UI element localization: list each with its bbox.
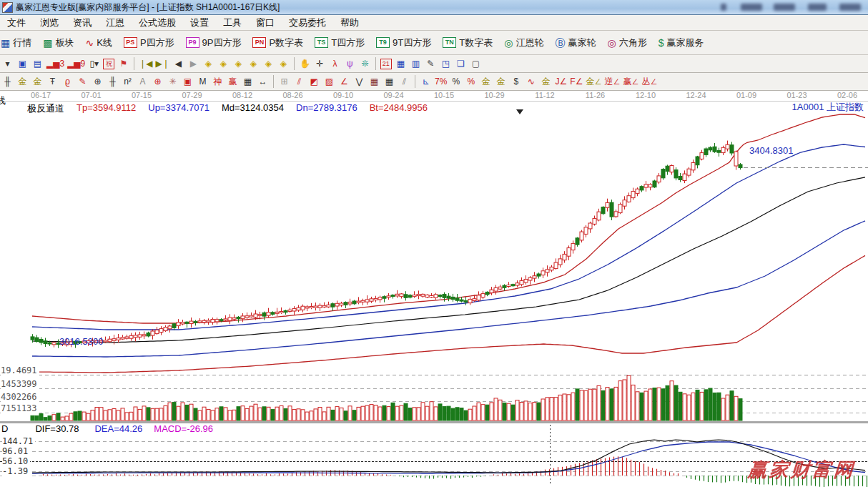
parallel-lines-icon[interactable]: ⫽ [398,75,410,88]
angle-measure-icon[interactable]: λ [329,57,341,70]
toolbar-button-kline-icon[interactable]: ∿K线 [79,34,117,52]
n-squared-icon[interactable]: n² [122,75,134,88]
cong-angle-icon[interactable]: 丛∠ [641,75,657,88]
pc-icon[interactable]: ▢ [470,57,482,70]
j-angle-icon[interactable]: J∠ [555,75,567,88]
menu-item-6[interactable]: 设置 [183,16,216,29]
zhu-tool-icon[interactable]: 祝 [103,59,114,69]
box-target-icon[interactable]: ▣ [182,75,194,88]
step-back-icon[interactable]: ◀ [172,57,184,70]
toolbar-button-pn-number-badge-icon[interactable]: PNP数字表 [247,34,309,52]
gold-grid2-icon[interactable]: 金 [31,75,44,88]
gold2-icon[interactable]: 金 [540,75,552,88]
bars-9-icon[interactable]: ▂▅9 [67,57,85,70]
gold-angle-icon[interactable]: 金∠ [586,75,601,88]
skip-start-icon[interactable]: ❘◀ [139,57,152,70]
menu-item-10[interactable]: 帮助 [333,16,366,29]
menu-item-1[interactable]: 文件 [0,16,33,29]
skip-end-icon[interactable]: ▶❘ [156,57,169,70]
percent-line-icon[interactable]: % [465,75,477,88]
angle-fan-icon[interactable]: ∠ [338,75,350,88]
calculator-icon[interactable]: ▦ [395,57,407,70]
menu-item-2[interactable]: 浏览 [33,16,66,29]
toolbar-button-gann-wheel-icon[interactable]: ◎江恩轮 [498,34,549,52]
brain-icon[interactable]: ❊ [359,57,371,70]
menu-item-4[interactable]: 江恩 [99,16,132,29]
diamond-left-icon[interactable]: ◈ [202,57,214,70]
toolbar-button-quotes-grid-icon[interactable]: ▦行情 [0,34,37,52]
circle-cross-icon[interactable]: ⊕ [152,75,164,88]
menu-item-5[interactable]: 公式选股 [132,16,183,29]
band-tool-icon[interactable]: ψ [344,57,356,70]
dropdown-caret-icon[interactable]: ▾ [1,57,14,70]
ni-angle-icon[interactable]: 逆∠ [604,75,620,88]
dollar-service-icon: $ [659,38,664,48]
toolbar-button-dollar-service-icon[interactable]: $赢家服务 [653,34,710,52]
fan-rays-icon[interactable]: ⫽ [293,75,305,88]
menu-item-9[interactable]: 交易委托 [282,16,333,29]
a-mirror-icon[interactable]: A [137,75,149,88]
clock-circle-icon[interactable]: ⊕ [92,75,104,88]
toolbar-button-hexagon-icon[interactable]: ◎六角形 [601,34,652,52]
diamond-hcollapse-icon[interactable]: ◈ [247,57,260,70]
save-icon[interactable]: ◳ [440,57,452,70]
gold-circle-icon[interactable]: 金 [480,75,492,88]
toolbar-button-ps-square-badge-icon[interactable]: PSP四方形 [118,34,180,52]
money-icon[interactable]: $ [510,75,522,88]
clipboard-icon[interactable]: ▤ [31,57,44,70]
ying-angle-icon[interactable]: 赢∠ [623,75,638,88]
toolbar-button-winner-wheel-icon[interactable]: Ⓑ赢家轮 [549,34,601,52]
toolbar-button-t9-square-badge-icon[interactable]: T99T四方形 [370,34,437,52]
m-wave-icon[interactable]: M [197,75,209,88]
box-fan2-icon[interactable]: ▨ [323,75,335,88]
percent-7-icon[interactable]: 7% [435,75,447,88]
f-angle-icon[interactable]: F∠ [570,75,583,88]
step-forward-icon[interactable]: ▶ [187,57,199,70]
crosshair-icon[interactable]: ✛ [314,57,326,70]
titlebar[interactable]: 赢家江恩专业版[赢家内部服务平台] - [上证指数 SH1A0001-167日K… [0,0,868,15]
diamond-right-icon[interactable]: ◈ [217,57,230,70]
diamond-vexpand-icon[interactable]: ◈ [262,57,275,70]
small-hash-icon[interactable]: ╫ [107,75,119,88]
channel-md-value: Md=3124.0354 [222,102,284,115]
window-globe-icon[interactable]: ❏ [455,57,467,70]
box-fan-icon[interactable]: ◩ [308,75,320,88]
shen-tool-icon[interactable]: 神 [212,75,224,88]
toolbar-button-sector-blocks-icon[interactable]: ▩板块 [37,34,79,52]
bars-3-icon[interactable]: ▂▅3 [46,57,64,70]
toolbar-button-tn-number-badge-icon[interactable]: TNT数字表 [437,34,498,52]
frame-icon[interactable]: ⊞ [278,75,290,88]
h-range-icon[interactable]: ↔ [257,75,269,88]
toolbar-button-label: T四方形 [331,36,365,49]
gold-line-icon[interactable]: 金 [495,75,507,88]
hand-pan-icon[interactable]: ✋ [299,57,311,70]
toolbar-button-label: 六角形 [619,36,647,49]
diamond-expand-all-icon[interactable]: ◈ [277,57,290,70]
wave-icon[interactable]: ∿ [525,75,537,88]
calendar-21-icon[interactable]: 21 [380,59,392,69]
flag-icon[interactable]: ⚑ [117,57,129,70]
pattern-box-icon[interactable]: ▣ [16,57,29,70]
candle-style-icon[interactable]: ▯▾ [88,57,100,70]
v-wave-icon[interactable]: ⋁ [353,75,365,88]
ruler-chart-icon[interactable]: ⊾ [420,75,432,88]
menu-item-8[interactable]: 窗口 [249,16,282,29]
spiral-icon[interactable]: ϱ [61,75,74,88]
dense-grid-icon[interactable]: ▦ [368,75,380,88]
menu-item-7[interactable]: 工具 [216,16,249,29]
dense-grid2-icon[interactable]: ▦ [383,75,395,88]
grid-hash-icon[interactable]: ╫ [1,75,14,88]
star-rays-icon[interactable]: ✳ [167,75,179,88]
grid-123-icon[interactable]: ▦ [242,75,254,88]
quote-list-icon[interactable]: ▥ [410,57,422,70]
toolbar-button-ts-square-badge-icon[interactable]: TST四方形 [309,34,370,52]
diamond-hexpand-icon[interactable]: ◈ [232,57,245,70]
t-grid-icon[interactable]: Ŧ [46,75,59,88]
red-pencil-icon[interactable]: ✎ [77,75,89,88]
toolbar-button-p9-square-badge-icon[interactable]: P99P四方形 [180,34,247,52]
menu-item-3[interactable]: 资讯 [66,16,99,29]
gold-grid-icon[interactable]: 金 [16,75,29,88]
edit-note-icon[interactable]: ✎ [425,57,437,70]
percent-icon[interactable]: % [450,75,462,88]
ying-tool-icon[interactable]: 赢 [227,75,239,88]
